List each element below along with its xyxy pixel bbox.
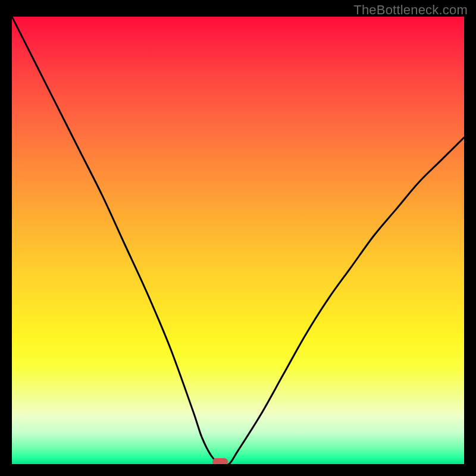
chart-frame: TheBottleneck.com [0,0,476,476]
bottleneck-curve [12,17,464,464]
watermark-text: TheBottleneck.com [353,2,468,18]
plot-area [12,17,464,464]
optimal-marker [212,458,228,464]
